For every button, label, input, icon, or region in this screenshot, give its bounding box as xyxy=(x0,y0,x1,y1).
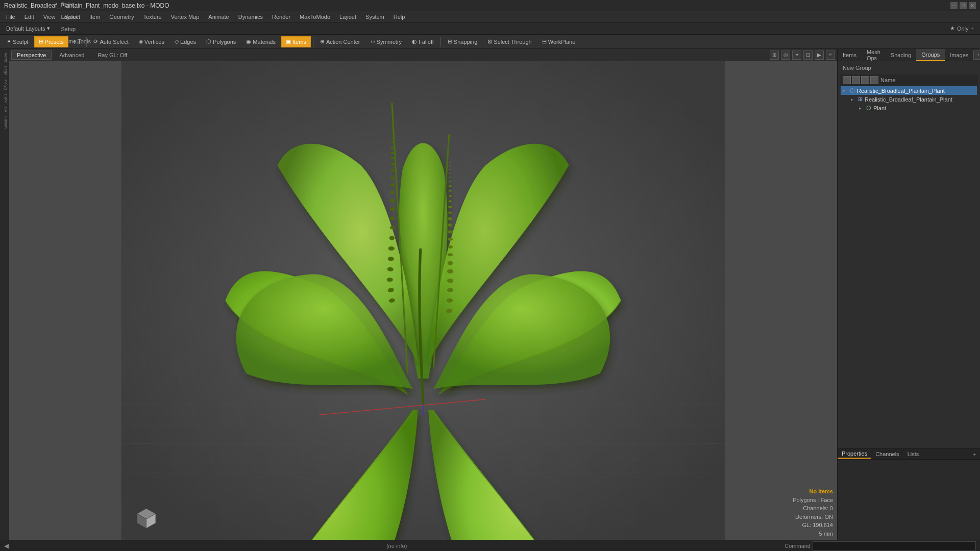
svg-point-49 xyxy=(448,261,453,265)
sidebar-uv[interactable]: UV xyxy=(1,105,9,114)
rp-icons: + xyxy=(973,51,980,60)
menu-item-animate[interactable]: Animate xyxy=(204,13,233,21)
menu-item-render[interactable]: Render xyxy=(268,13,295,21)
svg-point-58 xyxy=(449,200,452,202)
maximize-button[interactable]: □ xyxy=(960,2,967,9)
viewport[interactable]: Perspective Advanced Ray GL: Off ⊞ ◎ ☀ ⊡… xyxy=(9,49,837,540)
svg-point-24 xyxy=(389,236,395,240)
layout-name[interactable]: Default Layouts ▾ xyxy=(2,25,54,32)
rp-tab-images[interactable]: Images xyxy=(945,49,973,61)
select-through-button[interactable]: ⊠ Select Through xyxy=(483,36,536,47)
command-input[interactable] xyxy=(813,541,976,550)
plant-canvas: No Items Polygons : Face Channels: 0 Def… xyxy=(9,61,837,540)
properties-content xyxy=(838,460,980,468)
auto-select-button[interactable]: ⟳ Auto Select xyxy=(89,36,133,47)
separator2 xyxy=(313,37,313,47)
edges-button[interactable]: ◇ Edges xyxy=(170,36,201,47)
rp-tab-shading[interactable]: Shading xyxy=(886,49,916,61)
sidebar-fusion[interactable]: Fusion xyxy=(1,115,9,130)
viewport-info: No Items Polygons : Face Channels: 0 Def… xyxy=(789,485,837,540)
status-arrow-left[interactable]: ◀ xyxy=(4,542,9,549)
sidebar-edge[interactable]: Edge xyxy=(1,64,9,77)
presets-icon: ⊞ xyxy=(39,38,43,45)
gl-info: GL: 190,614 xyxy=(793,521,833,530)
rpb-tab-properties[interactable]: Properties xyxy=(838,449,871,459)
presets-button[interactable]: ⊞ Presets xyxy=(34,36,68,47)
items-icon: ▣ xyxy=(286,38,291,45)
viewport-ray-gl[interactable]: Ray GL: Off xyxy=(92,51,133,60)
symmetry-button[interactable]: ⇔ Symmetry xyxy=(366,36,407,47)
svg-point-63 xyxy=(449,177,451,178)
tree-item-child1[interactable]: ▸ ⊞ Realistic_Broadleaf_Plantain_Plant xyxy=(841,95,977,104)
rp-tab-items[interactable]: Items xyxy=(838,49,862,61)
svg-point-45 xyxy=(447,298,453,303)
fill-button[interactable]: Fil xyxy=(69,36,85,47)
tree-item-child2[interactable]: ▸ ⬡ Plant xyxy=(841,104,977,112)
layout-tab-paint[interactable]: Paint xyxy=(55,0,111,10)
rpb-tab-add[interactable]: + xyxy=(969,450,980,458)
menu-item-help[interactable]: Help xyxy=(389,13,409,21)
auto-select-icon: ⟳ xyxy=(93,38,98,45)
layout-tab-layout[interactable]: Layout xyxy=(55,10,111,22)
name-col-header: Name xyxy=(840,74,978,86)
snapping-button[interactable]: ⊞ Snapping xyxy=(443,36,482,47)
title-bar: Realistic_Broadleaf_Plantain_Plant_modo_… xyxy=(0,0,980,11)
menu-item-maxtomodo[interactable]: MaxToModo xyxy=(296,13,334,21)
symmetry-icon: ⇔ xyxy=(371,38,375,45)
tree-child1-icon: ⊞ xyxy=(858,96,863,103)
menu-item-texture[interactable]: Texture xyxy=(139,13,166,21)
materials-button[interactable]: ◉ Materials xyxy=(241,36,280,47)
rpb-tab-channels[interactable]: Channels xyxy=(871,450,903,458)
rpb-tab-lists[interactable]: Lists xyxy=(903,450,923,458)
tree-item-root[interactable]: ▾ ⬡ Realistic_Broadleaf_Plantain_Plant xyxy=(841,86,977,95)
menu-item-system[interactable]: System xyxy=(361,13,388,21)
viewport-tab-advanced[interactable]: Advanced xyxy=(54,51,90,60)
vertices-button[interactable]: ◈ Vertices xyxy=(134,36,169,47)
menu-item-file[interactable]: File xyxy=(2,13,19,21)
separator xyxy=(86,37,87,47)
viewport-icon-6[interactable]: ≡ xyxy=(826,51,835,60)
items-button[interactable]: ▣ Items xyxy=(281,36,311,47)
sculpt-button[interactable]: ✦ Sculpt xyxy=(2,36,33,47)
rp-tab-groups[interactable]: Groups xyxy=(916,49,945,61)
svg-point-55 xyxy=(448,217,452,220)
viewport-icon-5[interactable]: ▶ xyxy=(815,51,824,60)
tool-bar: ✦ Sculpt ⊞ Presets Fil ⟳ Auto Select ◈ V… xyxy=(0,35,980,49)
svg-point-52 xyxy=(448,238,453,241)
menu-item-dynamics[interactable]: Dynamics xyxy=(234,13,267,21)
menu-item-vertex map[interactable]: Vertex Map xyxy=(167,13,204,21)
svg-point-36 xyxy=(391,146,394,148)
star-icon: ★ xyxy=(950,25,955,32)
plant-scene-svg xyxy=(9,61,837,540)
rp-icon-add[interactable]: + xyxy=(973,51,980,60)
workplane-button[interactable]: ⊟ WorkPlane xyxy=(537,36,580,47)
svg-point-28 xyxy=(390,199,395,202)
sidebar-polyg[interactable]: Polyg xyxy=(1,78,9,91)
sidebar-verts[interactable]: Verts xyxy=(1,51,9,63)
menu-item-edit[interactable]: Edit xyxy=(20,13,38,21)
svg-point-59 xyxy=(449,195,452,197)
sidebar-curv[interactable]: Curv xyxy=(1,92,9,104)
viewport-icon-4[interactable]: ⊡ xyxy=(803,51,813,60)
add-layout-button[interactable]: + xyxy=(971,26,974,32)
action-center-button[interactable]: ⊕ Action Center xyxy=(315,36,365,47)
status-bar: ◀ (no info) Command xyxy=(0,540,980,551)
layout-tab-setup[interactable]: Setup xyxy=(55,22,111,35)
layout-bar: Default Layouts ▾ ModelTopologyUVEditPai… xyxy=(0,22,980,35)
svg-point-35 xyxy=(391,152,394,154)
close-button[interactable]: ✕ xyxy=(969,2,976,9)
new-group-button[interactable]: New Group xyxy=(840,63,978,72)
svg-point-46 xyxy=(447,288,453,292)
rp-tab-meshops[interactable]: Mesh Ops xyxy=(862,49,886,61)
viewport-tab-perspective[interactable]: Perspective xyxy=(11,51,52,60)
svg-point-54 xyxy=(448,223,452,227)
menu-item-layout[interactable]: Layout xyxy=(335,13,360,21)
polygons-button[interactable]: ⬡ Polygons xyxy=(202,36,240,47)
svg-point-50 xyxy=(448,253,453,256)
minimize-button[interactable]: — xyxy=(950,2,958,9)
viewport-icon-1[interactable]: ⊞ xyxy=(770,51,779,60)
viewport-icon-2[interactable]: ◎ xyxy=(781,51,790,60)
viewport-icon-3[interactable]: ☀ xyxy=(792,51,801,60)
only-label[interactable]: Only xyxy=(957,26,969,32)
falloff-button[interactable]: ◐ Falloff xyxy=(407,36,438,47)
